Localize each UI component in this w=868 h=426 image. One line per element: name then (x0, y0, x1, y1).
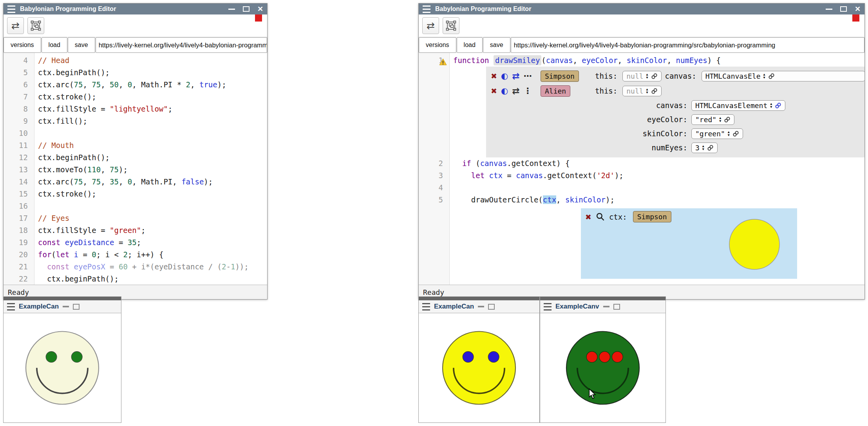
canvas-content (540, 313, 665, 422)
hamburger-menu-icon[interactable] (544, 303, 552, 310)
link-icon[interactable] (651, 73, 658, 79)
titlebar[interactable]: Babylonian Programming Editor ✕ (419, 4, 864, 14)
delete-example-icon[interactable]: ✖ (491, 72, 497, 80)
hamburger-menu-icon[interactable] (423, 5, 430, 13)
maximize-icon[interactable] (488, 304, 495, 310)
save-button[interactable]: save (483, 37, 510, 53)
line-number: 12 (4, 152, 34, 164)
versions-button[interactable]: versions (419, 37, 456, 53)
toggle-example-icon[interactable]: ◐ (501, 71, 508, 81)
unsaved-indicator (255, 14, 262, 22)
save-button[interactable]: save (68, 37, 95, 53)
delete-example-icon[interactable]: ✖ (491, 87, 497, 95)
line-number: 7 (4, 91, 34, 103)
select-frame-button[interactable] (443, 17, 459, 34)
close-icon[interactable]: ✕ (855, 5, 861, 13)
select-frame-icon (31, 20, 41, 31)
hamburger-menu-icon[interactable] (7, 303, 15, 310)
code-line: 2 if (canvas.getContext) { (419, 157, 864, 170)
code-line: 22 ctx.beginPath(); (4, 273, 267, 285)
link-icon[interactable] (651, 88, 658, 94)
hamburger-menu-icon[interactable] (422, 303, 430, 310)
minimize-icon[interactable] (63, 306, 69, 307)
stepper-icon[interactable]: ▴▾ (719, 116, 721, 123)
maximize-icon[interactable] (243, 6, 250, 12)
mouse-cursor (588, 388, 597, 400)
link-icon[interactable] (732, 130, 739, 137)
line-number: 13 (4, 164, 34, 176)
titlebar[interactable]: ExampleCan (419, 300, 539, 313)
versions-button[interactable]: versions (4, 37, 41, 53)
example-param-row: skinColor:"green"▴▾ (491, 126, 864, 141)
line-number: 5 (4, 67, 34, 79)
close-icon[interactable]: ✕ (257, 5, 263, 13)
menu-dots-vertical-icon[interactable]: ⋮ (524, 86, 532, 96)
load-button[interactable]: load (457, 37, 483, 53)
swap-arrows-button[interactable]: ⇄ (7, 17, 24, 34)
example-name-badge[interactable]: Simpson (541, 70, 579, 82)
hamburger-menu-icon[interactable] (7, 5, 15, 13)
value-field[interactable]: "green"▴▾ (691, 128, 743, 139)
stepper-icon[interactable]: ▴▾ (646, 73, 648, 79)
code-text: // Eyes (34, 212, 69, 224)
line-number: 17 (4, 212, 34, 224)
stepper-icon[interactable]: ▴▾ (728, 130, 730, 137)
code-editor[interactable]: 4// Head5ctx.beginPath();6ctx.arc(75, 75… (4, 53, 267, 285)
swap-arrows-button[interactable]: ⇄ (422, 17, 439, 34)
stepper-icon[interactable]: ▴▾ (702, 144, 704, 151)
example-name-badge[interactable]: Alien (541, 85, 570, 97)
value-field[interactable]: 3▴▾ (691, 143, 718, 153)
magnifier-icon[interactable] (596, 212, 605, 221)
titlebar[interactable]: ExampleCanv (540, 300, 665, 313)
value-field[interactable]: "red"▴▾ (691, 114, 734, 125)
babylonian-editor-window-left: Babylonian Programming Editor ✕ ⇄ versio… (3, 3, 268, 300)
code-line: 14ctx.arc(75, 75, 35, 0, Math.PI, false)… (4, 176, 267, 188)
code-line: 3 let ctx = canvas.getContext('2d'); (419, 170, 864, 182)
select-frame-button[interactable] (27, 17, 44, 34)
stepper-icon[interactable]: ▴▾ (770, 102, 772, 108)
maximize-icon[interactable] (73, 304, 80, 310)
code-line: 16 (4, 200, 267, 212)
window-top-strip (419, 297, 539, 300)
minimize-icon[interactable] (603, 306, 609, 307)
line-number: 14 (4, 176, 34, 188)
minimize-icon[interactable] (478, 306, 484, 307)
url-input[interactable]: https://lively-kernel.org/lively4/lively… (511, 37, 864, 53)
probe-close-icon[interactable]: ✖ (585, 213, 591, 221)
load-button[interactable]: load (42, 37, 67, 53)
link-icon[interactable] (707, 144, 714, 151)
link-icon[interactable] (775, 102, 781, 109)
minimize-icon[interactable] (228, 9, 235, 10)
value-field[interactable]: null▴▾ (622, 86, 661, 96)
value-field[interactable]: null▴▾ (622, 71, 661, 81)
file-toolbar: versions load save https://lively-kernel… (4, 37, 267, 53)
stepper-icon[interactable]: ▴▾ (763, 73, 765, 79)
code-text: ctx.fillStyle = "green"; (34, 224, 146, 236)
url-input[interactable]: https://lively-kernel.org/lively4/lively… (96, 37, 267, 53)
code-line: 19const eyeDistance = 35; (4, 236, 267, 249)
menu-dots-horizontal-icon[interactable]: ⋯ (524, 71, 532, 81)
probe-example-badge[interactable]: Simpson (633, 211, 671, 222)
link-icon[interactable] (724, 116, 731, 123)
value-field[interactable]: HTMLCanvasEle▴▾ (702, 71, 864, 81)
stepper-icon[interactable]: ▴▾ (646, 88, 648, 94)
field-label: eyeColor: (491, 115, 691, 124)
link-icon[interactable] (768, 73, 775, 79)
window-top-strip (540, 297, 665, 300)
titlebar[interactable]: ExampleCan (4, 300, 121, 313)
code-editor[interactable]: 1function drawSmiley(canvas, eyeColor, s… (419, 53, 864, 285)
minimize-icon[interactable] (826, 9, 832, 10)
example-canvas-window: ExampleCan (3, 296, 121, 423)
example-row: ✖◐⇄⋯Simpsonthis:null▴▾canvas:HTMLCanvasE… (491, 69, 864, 83)
smiley-canvas (419, 313, 539, 422)
toolbar: ⇄ (419, 14, 864, 37)
maximize-icon[interactable] (613, 304, 620, 310)
line-number: 6 (4, 79, 34, 91)
maximize-icon[interactable] (840, 6, 847, 12)
swap-icon[interactable]: ⇄ (512, 86, 519, 96)
toggle-example-icon[interactable]: ◐ (501, 86, 508, 96)
value-field[interactable]: HTMLCanvasElement▴▾ (691, 100, 785, 111)
swap-icon[interactable]: ⇄ (512, 71, 519, 81)
window-title: ExampleCan (434, 303, 474, 310)
titlebar[interactable]: Babylonian Programming Editor ✕ (4, 4, 267, 14)
